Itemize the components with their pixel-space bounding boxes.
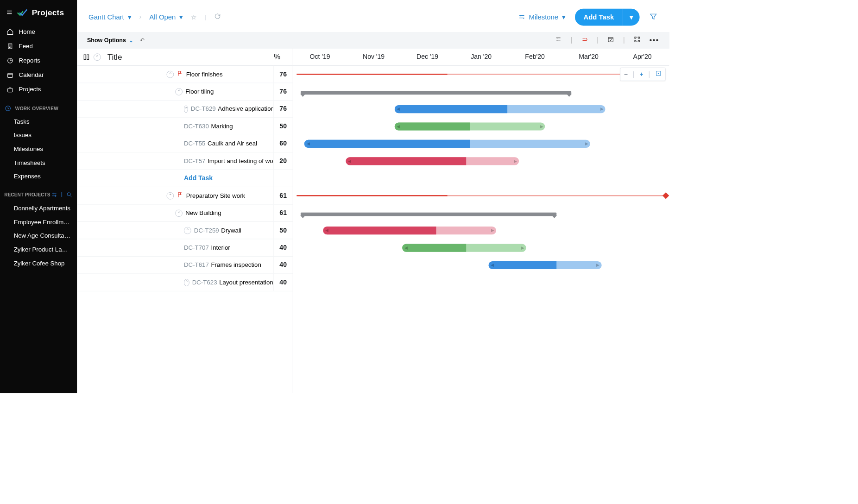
gantt-row[interactable]: DC-T630 Marking50 (77, 118, 293, 135)
nav-reports[interactable]: Reports (0, 53, 77, 68)
expander-icon[interactable]: ⌃ (175, 209, 183, 217)
filter-icon[interactable] (649, 12, 658, 22)
add-task-button[interactable]: Add Task ▾ (575, 9, 640, 26)
gantt-row[interactable]: ⌃ Preparatory Site work61 (77, 187, 293, 204)
expander-icon[interactable]: ⌃ (167, 192, 174, 200)
gantt-row[interactable]: ⌃DC-T629 Adhesive application76 (77, 101, 293, 118)
task-label: Adhesive application (218, 105, 273, 113)
task-bar[interactable]: ◀▶ (489, 261, 602, 269)
task-label: Layout presentation (219, 279, 273, 286)
zoom-fit[interactable] (655, 70, 662, 78)
bar-handle-right[interactable]: ▶ (521, 246, 524, 250)
add-task-link[interactable]: Add Task (184, 175, 213, 182)
milestone-diamond-icon[interactable] (662, 192, 669, 199)
bar-handle-right[interactable]: ▶ (540, 124, 543, 129)
task-bar[interactable]: ◀▶ (395, 105, 606, 113)
chevron-down-icon: ▾ (562, 13, 566, 21)
expander-icon[interactable]: ⌃ (184, 105, 188, 113)
bar-handle-left[interactable]: ◀ (404, 246, 407, 250)
today-marker-icon[interactable] (581, 36, 588, 45)
task-bar[interactable]: ◀▶ (346, 157, 519, 165)
task-id: DC-T623 (192, 279, 217, 286)
bar-handle-left[interactable]: ◀ (491, 263, 493, 267)
star-icon[interactable]: ☆ (191, 13, 196, 21)
task-bar[interactable]: ◀▶ (323, 227, 497, 234)
work-item[interactable]: Expenses (0, 170, 77, 184)
brand-name: Projects (32, 8, 64, 17)
bar-handle-left[interactable]: ◀ (397, 124, 399, 129)
search-icon[interactable] (66, 191, 73, 198)
nav-home[interactable]: Home (0, 25, 77, 39)
task-bar[interactable]: ◀▶ (402, 244, 526, 252)
work-item[interactable]: Timesheets (0, 156, 77, 170)
gantt-row[interactable]: ⌃ Floor tiling76 (77, 83, 293, 100)
zoom-in[interactable]: + (639, 70, 643, 78)
show-options[interactable]: Show Options⌄ (87, 37, 133, 44)
bar-handle-right[interactable]: ▶ (585, 141, 588, 146)
milestone-dropdown[interactable]: Milestone ▾ (518, 13, 565, 21)
recent-project[interactable]: Employee Enrollment (0, 215, 77, 229)
undo-icon[interactable]: ↶ (140, 37, 145, 44)
collapse-icon[interactable] (555, 36, 562, 45)
refresh-icon[interactable] (214, 13, 221, 22)
gantt-row[interactable]: DC-T617 Frames inspection40 (77, 257, 293, 274)
gantt-row[interactable]: DC-T707 Interior40 (77, 239, 293, 256)
recent-project[interactable]: Zylker Cofee Shop (0, 257, 77, 271)
bar-handle-left[interactable]: ◀ (307, 141, 309, 146)
breadcrumb-separator: › (139, 13, 141, 21)
menu-icon[interactable] (6, 8, 13, 17)
topbar: Gantt Chart▾ › All Open▾ ☆ | Milestone ▾… (77, 0, 669, 32)
month-label: Oct '19 (293, 53, 347, 61)
bar-handle-right[interactable]: ▶ (596, 263, 599, 267)
gantt-row[interactable]: ⌃ New Building61 (77, 204, 293, 221)
nav-projects[interactable]: Projects (0, 82, 77, 97)
fullscreen-icon[interactable] (633, 36, 641, 45)
reports-icon (6, 57, 14, 64)
svg-point-9 (658, 73, 659, 74)
bar-handle-left[interactable]: ◀ (348, 159, 351, 164)
collapse-all-icon[interactable]: ⌃ (94, 53, 101, 61)
view-selector[interactable]: Gantt Chart▾ (88, 13, 131, 21)
gantt-timeline[interactable]: Oct '19Nov '19Dec '19Jan '20Feb'20Mar'20… (293, 49, 669, 393)
bar-handle-left[interactable]: ◀ (325, 228, 328, 233)
sliders-icon[interactable] (51, 191, 57, 198)
recent-project[interactable]: New Age Consultancy (0, 229, 77, 243)
filter-selector[interactable]: All Open▾ (149, 13, 183, 21)
task-percent: 60 (273, 135, 293, 152)
bar-handle-right[interactable]: ▶ (514, 159, 517, 164)
task-bar[interactable]: ◀▶ (304, 140, 590, 148)
expander-icon[interactable]: ⌃ (167, 70, 174, 78)
columns-icon[interactable] (83, 53, 90, 61)
task-label: Marking (211, 123, 233, 130)
more-icon[interactable]: ••• (650, 36, 659, 44)
task-label: Preparatory Site work (186, 192, 245, 200)
calendar-today-icon[interactable] (607, 36, 615, 45)
gantt-row[interactable]: DC-T57 Import and testing of woo..20 (77, 152, 293, 170)
work-item[interactable]: Milestones (0, 142, 77, 156)
bar-handle-left[interactable]: ◀ (397, 107, 399, 111)
task-bar[interactable]: ◀▶ (395, 122, 545, 130)
recent-project[interactable]: Donnelly Apartments (0, 202, 77, 215)
gantt-row[interactable]: ⌃DC-T259 Drywall50 (77, 222, 293, 239)
show-options-label: Show Options (87, 37, 126, 44)
nav-calendar[interactable]: Calendar (0, 68, 77, 82)
expander-icon[interactable]: ⌃ (184, 227, 191, 234)
gantt-row[interactable]: ⌃ Floor finishes76 (77, 66, 293, 83)
zoom-controls: −|+| (620, 68, 666, 81)
work-item[interactable]: Tasks (0, 115, 77, 129)
recent-project[interactable]: Zylker Product Launch (0, 243, 77, 257)
expander-icon[interactable]: ⌃ (184, 279, 189, 286)
work-item[interactable]: Issues (0, 129, 77, 143)
zoom-out[interactable]: − (624, 70, 628, 78)
gantt-row[interactable]: DC-T55 Caulk and Air seal60 (77, 135, 293, 152)
group-bar[interactable] (301, 91, 572, 95)
group-bar[interactable] (301, 213, 556, 216)
gantt-row[interactable]: Add Task (77, 170, 293, 187)
bar-handle-right[interactable]: ▶ (600, 107, 603, 111)
expander-icon[interactable]: ⌃ (175, 88, 183, 95)
add-task-dropdown[interactable]: ▾ (623, 9, 640, 26)
nav-feed[interactable]: Feed (0, 39, 77, 53)
bar-handle-right[interactable]: ▶ (491, 228, 494, 233)
gantt-row[interactable]: ⌃DC-T623 Layout presentation40 (77, 274, 293, 291)
task-percent: 40 (273, 239, 293, 256)
